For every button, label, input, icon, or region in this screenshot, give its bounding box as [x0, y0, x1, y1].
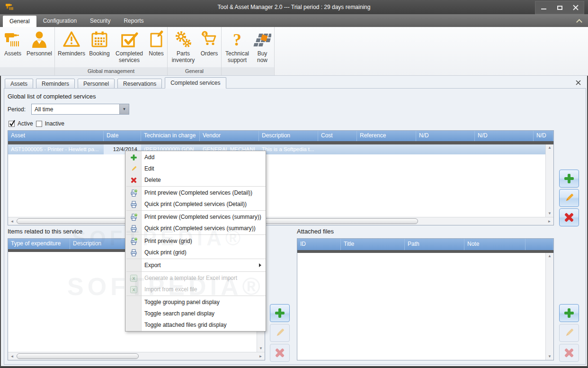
- ribbon-button-label: Assets: [4, 50, 21, 57]
- column-header-description[interactable]: Description: [259, 131, 318, 141]
- inactive-checkbox[interactable]: [36, 121, 42, 127]
- menu-item-quick-print-detail[interactable]: Quick print (Completed services (Detail)…: [125, 198, 266, 210]
- delete-related-item-button[interactable]: [270, 344, 290, 362]
- scroll-left-icon[interactable]: ◄: [8, 354, 16, 359]
- active-label: Active: [18, 120, 33, 127]
- menu-item-generate-excel-template[interactable]: X Generate a template for Excel import: [125, 272, 266, 284]
- table-row[interactable]: AST1000005 - Printer - Hewlett pa... 12/…: [8, 144, 545, 154]
- scroll-up-icon[interactable]: ▲: [548, 254, 552, 259]
- menu-item-import-excel[interactable]: X Import from excel file: [125, 284, 266, 295]
- tab-personnel[interactable]: Personnel: [78, 79, 115, 89]
- scrollbar-thumb[interactable]: [17, 353, 139, 359]
- close-button[interactable]: [568, 1, 584, 14]
- column-header-note[interactable]: Note: [464, 239, 526, 250]
- ribbon-group-label: General: [168, 67, 221, 75]
- ribbon-tab-configuration[interactable]: Configuration: [36, 14, 83, 27]
- column-header-technician[interactable]: Technician in charge: [141, 131, 200, 141]
- collapse-ribbon-icon[interactable]: [577, 18, 581, 23]
- add-related-item-button[interactable]: [270, 304, 290, 322]
- tab-completed-services[interactable]: Completed services: [165, 77, 226, 89]
- menu-separator: [126, 186, 266, 187]
- add-attached-file-button[interactable]: [559, 304, 579, 322]
- menu-item-label: Export: [144, 262, 161, 269]
- chevron-down-icon[interactable]: ▼: [119, 104, 129, 114]
- scroll-left-icon[interactable]: ◄: [8, 219, 16, 224]
- delete-attached-file-button[interactable]: [559, 344, 579, 362]
- scroll-down-icon[interactable]: ▼: [548, 354, 552, 359]
- add-icon: [563, 307, 575, 319]
- scroll-right-icon[interactable]: ►: [257, 354, 265, 359]
- menu-item-quick-print-summary[interactable]: Quick print (Completed services (summary…: [125, 223, 266, 234]
- column-header-date[interactable]: Date: [104, 131, 141, 141]
- add-service-button[interactable]: [559, 170, 579, 188]
- menu-item-toggle-attached-files-grid[interactable]: Toggle attached files grid display: [125, 319, 266, 331]
- ribbon-button-orders[interactable]: $ Orders: [198, 29, 221, 57]
- ribbon-tab-general[interactable]: General: [3, 16, 36, 27]
- horizontal-scrollbar[interactable]: ◄ ►: [8, 217, 553, 225]
- menu-item-print-preview-detail[interactable]: ? Print preview (Completed services (Det…: [125, 187, 266, 198]
- column-header-asset[interactable]: Asset: [8, 131, 104, 141]
- column-header-title[interactable]: Title: [341, 239, 405, 250]
- menu-item-print-preview-summary[interactable]: ? Print preview (Completed services (sum…: [125, 211, 266, 223]
- minimize-button[interactable]: [535, 1, 552, 14]
- close-tab-icon[interactable]: [575, 80, 581, 87]
- tab-reservations[interactable]: Reservations: [117, 79, 162, 89]
- menu-item-add[interactable]: Add: [125, 152, 266, 163]
- scroll-down-icon[interactable]: ▼: [259, 346, 263, 351]
- ribbon-button-buy-now[interactable]: Buy now: [252, 29, 273, 63]
- ribbon-button-assets[interactable]: Assets: [0, 29, 26, 57]
- ribbon-button-booking[interactable]: Booking: [86, 29, 113, 57]
- add-icon: [129, 154, 138, 161]
- menu-item-label: Toggle grouping panel display: [144, 299, 220, 305]
- horizontal-scrollbar[interactable]: ◄ ►: [8, 352, 265, 360]
- ribbon-button-notes[interactable]: Notes: [146, 29, 167, 57]
- ribbon-button-technical-support[interactable]: ? Technical support: [223, 29, 252, 63]
- period-dropdown[interactable]: All time ▼: [31, 104, 129, 115]
- column-header-reference[interactable]: Reference: [357, 131, 416, 141]
- vertical-scrollbar[interactable]: ▲ ▼: [545, 144, 553, 217]
- maximize-icon: [557, 6, 562, 10]
- column-header-vendor[interactable]: Vendor: [200, 131, 259, 141]
- column-header-cost[interactable]: Cost: [318, 131, 357, 141]
- scroll-up-icon[interactable]: ▲: [548, 145, 552, 150]
- ribbon-group-label: [222, 67, 274, 75]
- inactive-label: Inactive: [45, 120, 64, 127]
- edit-related-item-button[interactable]: [270, 324, 290, 342]
- edit-attached-file-button[interactable]: [559, 324, 579, 342]
- vertical-scrollbar[interactable]: ▲ ▼: [545, 253, 553, 360]
- menu-item-quick-print-grid[interactable]: Quick print (grid): [125, 247, 266, 258]
- edit-service-button[interactable]: [559, 189, 579, 207]
- menu-item-edit[interactable]: Edit: [125, 163, 266, 174]
- menu-item-delete[interactable]: Delete: [125, 174, 266, 186]
- scroll-right-icon[interactable]: ►: [545, 219, 553, 224]
- column-header-type-of-expenditure[interactable]: Type of expenditure: [8, 239, 70, 249]
- menu-item-label: Import from excel file: [144, 286, 197, 293]
- add-icon: [274, 307, 285, 319]
- delete-service-button[interactable]: [559, 208, 579, 226]
- ribbon-button-personnel[interactable]: Personnel: [26, 29, 53, 57]
- ribbon-button-reminders[interactable]: Reminders: [57, 29, 86, 57]
- window-controls: [535, 1, 584, 14]
- cell-description: This is a Softpedia t...: [259, 144, 318, 154]
- menu-item-print-preview-grid[interactable]: ? Print preview (grid): [125, 235, 266, 247]
- column-header-nd2[interactable]: N/D: [475, 131, 534, 141]
- scroll-down-icon[interactable]: ▼: [548, 211, 552, 216]
- column-header-path[interactable]: Path: [405, 239, 464, 250]
- ribbon-tab-reports[interactable]: Reports: [117, 14, 150, 27]
- ribbon-tab-security[interactable]: Security: [83, 14, 117, 27]
- menu-item-export[interactable]: Export: [125, 260, 266, 271]
- ribbon-button-completed-services[interactable]: Completed services: [113, 29, 146, 63]
- maximize-button[interactable]: [552, 1, 568, 14]
- tab-assets[interactable]: Assets: [5, 79, 33, 89]
- column-header-id[interactable]: ID: [297, 239, 341, 250]
- menu-item-toggle-search-panel[interactable]: Toggle search panel display: [125, 308, 266, 319]
- column-header-nd3[interactable]: N/D: [534, 131, 553, 141]
- tab-reminders[interactable]: Reminders: [36, 79, 75, 89]
- grid-header: ID Title Path Note: [297, 239, 553, 250]
- active-checkbox[interactable]: [9, 121, 15, 127]
- ribbon-button-parts-inventory[interactable]: Parts inventory: [169, 29, 198, 63]
- personnel-icon: [30, 30, 48, 50]
- menu-item-toggle-grouping-panel[interactable]: Toggle grouping panel display: [125, 296, 266, 308]
- column-header-nd1[interactable]: N/D: [416, 131, 475, 141]
- print-preview-icon: ?: [129, 213, 138, 221]
